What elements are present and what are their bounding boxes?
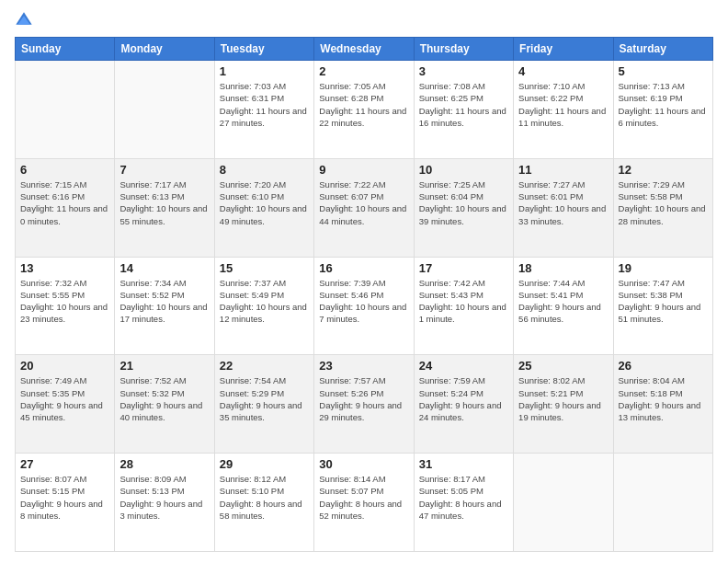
col-friday: Friday [514, 38, 613, 61]
table-row: 18Sunrise: 7:44 AM Sunset: 5:41 PM Dayli… [514, 257, 613, 355]
table-row: 20Sunrise: 7:49 AM Sunset: 5:35 PM Dayli… [16, 355, 115, 454]
day-number: 30 [319, 457, 408, 471]
day-info: Sunrise: 7:13 AM Sunset: 6:19 PM Dayligh… [619, 80, 708, 129]
table-row: 22Sunrise: 7:54 AM Sunset: 5:29 PM Dayli… [214, 355, 313, 454]
day-info: Sunrise: 7:10 AM Sunset: 6:22 PM Dayligh… [518, 80, 608, 129]
col-saturday: Saturday [613, 38, 712, 61]
table-row: 11Sunrise: 7:27 AM Sunset: 6:01 PM Dayli… [514, 158, 613, 257]
table-row: 25Sunrise: 8:02 AM Sunset: 5:21 PM Dayli… [514, 355, 613, 454]
table-row: 26Sunrise: 8:04 AM Sunset: 5:18 PM Dayli… [613, 355, 712, 454]
col-thursday: Thursday [414, 38, 513, 61]
day-number: 22 [220, 359, 309, 373]
day-info: Sunrise: 7:32 AM Sunset: 5:55 PM Dayligh… [20, 277, 109, 326]
page: Sunday Monday Tuesday Wednesday Thursday… [0, 0, 728, 563]
table-row: 30Sunrise: 8:14 AM Sunset: 5:07 PM Dayli… [314, 454, 414, 552]
day-number: 17 [419, 261, 508, 275]
calendar-table: Sunday Monday Tuesday Wednesday Thursday… [15, 37, 713, 552]
table-row: 19Sunrise: 7:47 AM Sunset: 5:38 PM Dayli… [613, 257, 712, 355]
table-row: 15Sunrise: 7:37 AM Sunset: 5:49 PM Dayli… [214, 257, 313, 355]
day-number: 1 [220, 64, 309, 78]
header [15, 11, 713, 29]
day-info: Sunrise: 8:14 AM Sunset: 5:07 PM Dayligh… [319, 473, 408, 522]
calendar-week-row: 27Sunrise: 8:07 AM Sunset: 5:15 PM Dayli… [16, 454, 713, 552]
table-row: 27Sunrise: 8:07 AM Sunset: 5:15 PM Dayli… [16, 454, 115, 552]
day-info: Sunrise: 8:17 AM Sunset: 5:05 PM Dayligh… [419, 473, 508, 522]
day-number: 29 [220, 457, 309, 471]
calendar-week-row: 13Sunrise: 7:32 AM Sunset: 5:55 PM Dayli… [16, 257, 713, 355]
col-wednesday: Wednesday [314, 38, 414, 61]
day-info: Sunrise: 7:44 AM Sunset: 5:41 PM Dayligh… [518, 277, 608, 326]
day-info: Sunrise: 7:39 AM Sunset: 5:46 PM Dayligh… [319, 277, 408, 326]
day-number: 11 [518, 163, 608, 177]
table-row: 14Sunrise: 7:34 AM Sunset: 5:52 PM Dayli… [115, 257, 214, 355]
day-number: 15 [220, 261, 309, 275]
logo [15, 11, 37, 29]
table-row [613, 454, 712, 552]
day-number: 3 [419, 64, 508, 78]
table-row: 10Sunrise: 7:25 AM Sunset: 6:04 PM Dayli… [414, 158, 513, 257]
table-row: 24Sunrise: 7:59 AM Sunset: 5:24 PM Dayli… [414, 355, 513, 454]
day-info: Sunrise: 8:12 AM Sunset: 5:10 PM Dayligh… [220, 473, 309, 522]
day-number: 12 [619, 163, 708, 177]
day-info: Sunrise: 7:34 AM Sunset: 5:52 PM Dayligh… [119, 277, 209, 326]
day-number: 2 [319, 64, 408, 78]
day-number: 28 [119, 457, 209, 471]
day-number: 6 [20, 163, 109, 177]
col-monday: Monday [115, 38, 214, 61]
day-number: 8 [220, 163, 309, 177]
day-info: Sunrise: 8:09 AM Sunset: 5:13 PM Dayligh… [119, 473, 209, 522]
table-row: 21Sunrise: 7:52 AM Sunset: 5:32 PM Dayli… [115, 355, 214, 454]
day-info: Sunrise: 7:29 AM Sunset: 5:58 PM Dayligh… [619, 178, 708, 227]
day-number: 19 [619, 261, 708, 275]
day-number: 31 [419, 457, 508, 471]
table-row [115, 61, 214, 159]
day-number: 20 [20, 359, 109, 373]
calendar-header-row: Sunday Monday Tuesday Wednesday Thursday… [16, 38, 713, 61]
day-info: Sunrise: 7:27 AM Sunset: 6:01 PM Dayligh… [518, 178, 608, 227]
day-info: Sunrise: 7:52 AM Sunset: 5:32 PM Dayligh… [119, 374, 209, 423]
table-row: 16Sunrise: 7:39 AM Sunset: 5:46 PM Dayli… [314, 257, 414, 355]
table-row: 17Sunrise: 7:42 AM Sunset: 5:43 PM Dayli… [414, 257, 513, 355]
day-info: Sunrise: 7:47 AM Sunset: 5:38 PM Dayligh… [619, 277, 708, 326]
day-number: 23 [319, 359, 408, 373]
day-info: Sunrise: 7:54 AM Sunset: 5:29 PM Dayligh… [220, 374, 309, 423]
table-row: 1Sunrise: 7:03 AM Sunset: 6:31 PM Daylig… [214, 61, 313, 159]
table-row: 7Sunrise: 7:17 AM Sunset: 6:13 PM Daylig… [115, 158, 214, 257]
day-info: Sunrise: 7:15 AM Sunset: 6:16 PM Dayligh… [20, 178, 109, 227]
day-info: Sunrise: 7:59 AM Sunset: 5:24 PM Dayligh… [419, 374, 508, 423]
day-number: 27 [20, 457, 109, 471]
day-info: Sunrise: 8:02 AM Sunset: 5:21 PM Dayligh… [518, 374, 608, 423]
table-row: 13Sunrise: 7:32 AM Sunset: 5:55 PM Dayli… [16, 257, 115, 355]
day-number: 10 [419, 163, 508, 177]
table-row: 2Sunrise: 7:05 AM Sunset: 6:28 PM Daylig… [314, 61, 414, 159]
day-info: Sunrise: 8:07 AM Sunset: 5:15 PM Dayligh… [20, 473, 109, 522]
table-row: 12Sunrise: 7:29 AM Sunset: 5:58 PM Dayli… [613, 158, 712, 257]
table-row: 6Sunrise: 7:15 AM Sunset: 6:16 PM Daylig… [16, 158, 115, 257]
table-row: 3Sunrise: 7:08 AM Sunset: 6:25 PM Daylig… [414, 61, 513, 159]
table-row: 9Sunrise: 7:22 AM Sunset: 6:07 PM Daylig… [314, 158, 414, 257]
day-number: 18 [518, 261, 608, 275]
day-number: 4 [518, 64, 608, 78]
day-info: Sunrise: 7:08 AM Sunset: 6:25 PM Dayligh… [419, 80, 508, 129]
day-info: Sunrise: 7:05 AM Sunset: 6:28 PM Dayligh… [319, 80, 408, 129]
calendar-week-row: 1Sunrise: 7:03 AM Sunset: 6:31 PM Daylig… [16, 61, 713, 159]
table-row [16, 61, 115, 159]
logo-icon [15, 11, 33, 29]
table-row: 4Sunrise: 7:10 AM Sunset: 6:22 PM Daylig… [514, 61, 613, 159]
day-number: 13 [20, 261, 109, 275]
day-info: Sunrise: 7:20 AM Sunset: 6:10 PM Dayligh… [220, 178, 309, 227]
table-row [514, 454, 613, 552]
day-number: 25 [518, 359, 608, 373]
table-row: 23Sunrise: 7:57 AM Sunset: 5:26 PM Dayli… [314, 355, 414, 454]
col-tuesday: Tuesday [214, 38, 313, 61]
day-info: Sunrise: 7:42 AM Sunset: 5:43 PM Dayligh… [419, 277, 508, 326]
calendar-week-row: 20Sunrise: 7:49 AM Sunset: 5:35 PM Dayli… [16, 355, 713, 454]
day-number: 7 [119, 163, 209, 177]
day-info: Sunrise: 7:22 AM Sunset: 6:07 PM Dayligh… [319, 178, 408, 227]
table-row: 8Sunrise: 7:20 AM Sunset: 6:10 PM Daylig… [214, 158, 313, 257]
day-info: Sunrise: 8:04 AM Sunset: 5:18 PM Dayligh… [619, 374, 708, 423]
col-sunday: Sunday [16, 38, 115, 61]
day-info: Sunrise: 7:17 AM Sunset: 6:13 PM Dayligh… [119, 178, 209, 227]
table-row: 29Sunrise: 8:12 AM Sunset: 5:10 PM Dayli… [214, 454, 313, 552]
day-number: 14 [119, 261, 209, 275]
